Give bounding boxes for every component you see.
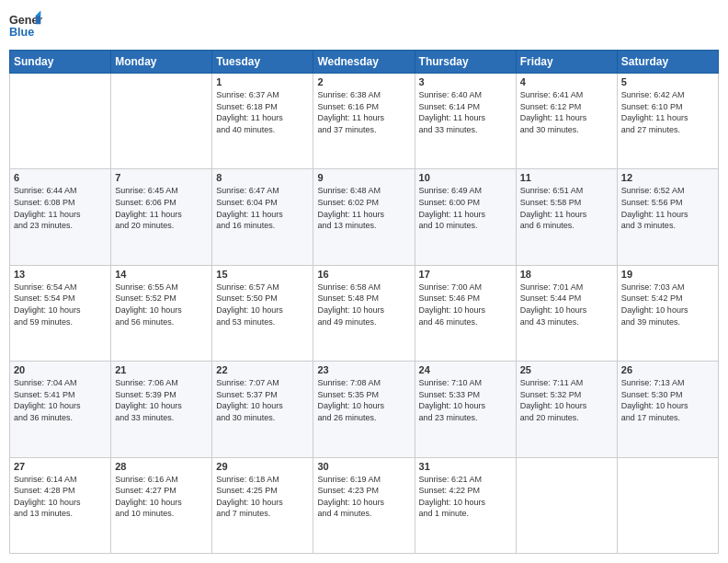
calendar-cell: 20Sunrise: 7:04 AM Sunset: 5:41 PM Dayli… [10,362,111,457]
day-number: 4 [520,76,613,87]
day-info: Sunrise: 7:00 AM Sunset: 5:46 PM Dayligh… [419,282,512,327]
day-number: 26 [621,364,714,375]
day-info: Sunrise: 6:38 AM Sunset: 6:16 PM Dayligh… [317,89,410,135]
calendar-cell: 25Sunrise: 7:11 AM Sunset: 5:32 PM Dayli… [516,362,617,457]
calendar-cell: 26Sunrise: 7:13 AM Sunset: 5:30 PM Dayli… [617,362,718,457]
calendar-cell: 23Sunrise: 7:08 AM Sunset: 5:35 PM Dayli… [313,362,415,457]
day-number: 21 [115,364,208,375]
calendar-week-3: 13Sunrise: 6:54 AM Sunset: 5:54 PM Dayli… [10,265,719,361]
day-number: 9 [317,172,410,183]
day-number: 19 [621,269,714,280]
day-info: Sunrise: 7:13 AM Sunset: 5:30 PM Dayligh… [621,377,714,423]
calendar-cell: 8Sunrise: 6:47 AM Sunset: 6:04 PM Daylig… [212,169,313,265]
day-info: Sunrise: 6:14 AM Sunset: 4:28 PM Dayligh… [14,474,107,520]
day-number: 31 [419,461,512,472]
calendar-week-5: 27Sunrise: 6:14 AM Sunset: 4:28 PM Dayli… [10,457,719,553]
day-number: 22 [216,364,309,375]
day-header-saturday: Saturday [617,51,718,74]
day-info: Sunrise: 6:51 AM Sunset: 5:58 PM Dayligh… [520,185,613,231]
day-info: Sunrise: 6:58 AM Sunset: 5:48 PM Dayligh… [317,282,410,327]
day-number: 29 [216,461,309,472]
calendar-cell: 28Sunrise: 6:16 AM Sunset: 4:27 PM Dayli… [111,457,212,553]
svg-text:Blue: Blue [9,26,34,39]
calendar-cell: 2Sunrise: 6:38 AM Sunset: 6:16 PM Daylig… [313,74,415,169]
calendar-cell: 4Sunrise: 6:41 AM Sunset: 6:12 PM Daylig… [516,74,617,169]
calendar-cell: 6Sunrise: 6:44 AM Sunset: 6:08 PM Daylig… [10,169,111,265]
day-number: 27 [14,461,107,472]
calendar-cell: 21Sunrise: 7:06 AM Sunset: 5:39 PM Dayli… [111,362,212,457]
day-number: 1 [216,76,309,87]
calendar-cell: 19Sunrise: 7:03 AM Sunset: 5:42 PM Dayli… [617,265,718,361]
calendar-week-4: 20Sunrise: 7:04 AM Sunset: 5:41 PM Dayli… [10,362,719,457]
calendar-cell: 29Sunrise: 6:18 AM Sunset: 4:25 PM Dayli… [212,457,313,553]
day-info: Sunrise: 7:04 AM Sunset: 5:41 PM Dayligh… [14,377,107,423]
calendar-table: SundayMondayTuesdayWednesdayThursdayFrid… [9,50,719,554]
day-number: 12 [621,172,714,183]
day-info: Sunrise: 6:41 AM Sunset: 6:12 PM Dayligh… [520,89,613,135]
day-header-thursday: Thursday [415,51,516,74]
calendar-cell: 22Sunrise: 7:07 AM Sunset: 5:37 PM Dayli… [212,362,313,457]
day-number: 18 [520,269,613,280]
logo-icon: General Blue [9,9,42,42]
calendar-cell: 17Sunrise: 7:00 AM Sunset: 5:46 PM Dayli… [415,265,516,361]
calendar-cell: 7Sunrise: 6:45 AM Sunset: 6:06 PM Daylig… [111,169,212,265]
day-info: Sunrise: 6:44 AM Sunset: 6:08 PM Dayligh… [14,185,107,231]
calendar-cell: 30Sunrise: 6:19 AM Sunset: 4:23 PM Dayli… [313,457,415,553]
day-info: Sunrise: 6:21 AM Sunset: 4:22 PM Dayligh… [419,474,512,520]
calendar-cell [10,74,111,169]
calendar-cell: 5Sunrise: 6:42 AM Sunset: 6:10 PM Daylig… [617,74,718,169]
calendar-header-row: SundayMondayTuesdayWednesdayThursdayFrid… [10,51,719,74]
day-number: 30 [317,461,410,472]
day-number: 6 [14,172,107,183]
day-info: Sunrise: 6:40 AM Sunset: 6:14 PM Dayligh… [419,89,512,135]
day-number: 14 [115,269,208,280]
day-info: Sunrise: 6:55 AM Sunset: 5:52 PM Dayligh… [115,282,208,327]
day-number: 7 [115,172,208,183]
day-number: 10 [419,172,512,183]
day-header-sunday: Sunday [10,51,111,74]
calendar-cell: 9Sunrise: 6:48 AM Sunset: 6:02 PM Daylig… [313,169,415,265]
day-number: 20 [14,364,107,375]
day-number: 13 [14,269,107,280]
day-info: Sunrise: 6:42 AM Sunset: 6:10 PM Dayligh… [621,89,714,135]
day-info: Sunrise: 6:52 AM Sunset: 5:56 PM Dayligh… [621,185,714,231]
day-number: 2 [317,76,410,87]
day-info: Sunrise: 6:47 AM Sunset: 6:04 PM Dayligh… [216,185,309,231]
logo: General Blue [9,9,42,42]
day-info: Sunrise: 7:11 AM Sunset: 5:32 PM Dayligh… [520,377,613,423]
day-info: Sunrise: 6:45 AM Sunset: 6:06 PM Dayligh… [115,185,208,231]
calendar-cell: 10Sunrise: 6:49 AM Sunset: 6:00 PM Dayli… [415,169,516,265]
calendar-week-2: 6Sunrise: 6:44 AM Sunset: 6:08 PM Daylig… [10,169,719,265]
day-info: Sunrise: 6:37 AM Sunset: 6:18 PM Dayligh… [216,89,309,135]
calendar-cell: 31Sunrise: 6:21 AM Sunset: 4:22 PM Dayli… [415,457,516,553]
day-info: Sunrise: 6:18 AM Sunset: 4:25 PM Dayligh… [216,474,309,520]
day-number: 5 [621,76,714,87]
day-number: 16 [317,269,410,280]
calendar-cell: 16Sunrise: 6:58 AM Sunset: 5:48 PM Dayli… [313,265,415,361]
calendar-cell [516,457,617,553]
day-info: Sunrise: 7:03 AM Sunset: 5:42 PM Dayligh… [621,282,714,327]
day-info: Sunrise: 7:10 AM Sunset: 5:33 PM Dayligh… [419,377,512,423]
day-number: 24 [419,364,512,375]
day-number: 3 [419,76,512,87]
day-number: 25 [520,364,613,375]
day-number: 17 [419,269,512,280]
calendar-cell: 14Sunrise: 6:55 AM Sunset: 5:52 PM Dayli… [111,265,212,361]
day-info: Sunrise: 6:49 AM Sunset: 6:00 PM Dayligh… [419,185,512,231]
day-info: Sunrise: 6:19 AM Sunset: 4:23 PM Dayligh… [317,474,410,520]
calendar-cell: 1Sunrise: 6:37 AM Sunset: 6:18 PM Daylig… [212,74,313,169]
day-info: Sunrise: 7:07 AM Sunset: 5:37 PM Dayligh… [216,377,309,423]
calendar-cell: 18Sunrise: 7:01 AM Sunset: 5:44 PM Dayli… [516,265,617,361]
calendar-cell [111,74,212,169]
day-info: Sunrise: 7:08 AM Sunset: 5:35 PM Dayligh… [317,377,410,423]
day-info: Sunrise: 7:01 AM Sunset: 5:44 PM Dayligh… [520,282,613,327]
calendar-cell: 27Sunrise: 6:14 AM Sunset: 4:28 PM Dayli… [10,457,111,553]
calendar-cell: 15Sunrise: 6:57 AM Sunset: 5:50 PM Dayli… [212,265,313,361]
calendar-cell: 13Sunrise: 6:54 AM Sunset: 5:54 PM Dayli… [10,265,111,361]
page-header: General Blue [9,9,719,42]
calendar-cell: 12Sunrise: 6:52 AM Sunset: 5:56 PM Dayli… [617,169,718,265]
day-info: Sunrise: 6:54 AM Sunset: 5:54 PM Dayligh… [14,282,107,327]
day-header-wednesday: Wednesday [313,51,415,74]
calendar-cell [617,457,718,553]
day-number: 28 [115,461,208,472]
